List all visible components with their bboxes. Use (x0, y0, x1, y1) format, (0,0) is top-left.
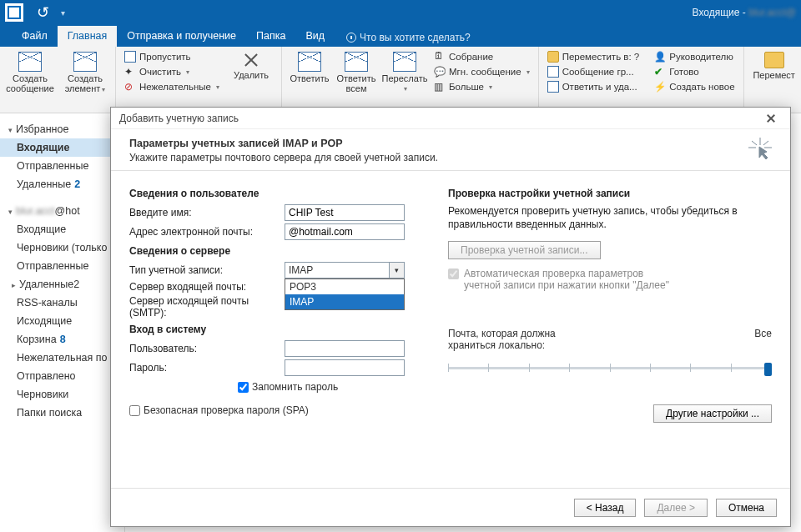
tab-view[interactable]: Вид (295, 26, 335, 47)
slider-thumb[interactable] (764, 363, 772, 376)
qs-create-new[interactable]: ⚡Создать новое (652, 80, 736, 93)
section-test: Проверка настройки учетной записи (448, 188, 772, 199)
nav-search-folders[interactable]: Папки поиска (0, 404, 124, 422)
skip-icon (124, 51, 136, 63)
qs-move-to[interactable]: Переместить в: ? (546, 50, 642, 63)
add-account-dialog: Добавить учетную запись Параметры учетны… (110, 107, 791, 527)
nav-drafts[interactable]: Черновики (только (0, 238, 124, 257)
form-right: Проверка настройки учетной записи Рекоме… (448, 183, 772, 481)
account-type-select[interactable]: IMAP ▾ (285, 262, 405, 279)
more-icon: ▥ (434, 81, 446, 93)
folder-icon (547, 51, 559, 63)
x-icon (243, 52, 259, 68)
back-button[interactable]: < Назад (574, 499, 637, 517)
reply-all-button[interactable]: Ответить всем (335, 50, 377, 95)
account-type-option-imap[interactable]: IMAP (285, 294, 404, 309)
form-left: Сведения о пользователе Введите имя: Адр… (129, 183, 443, 481)
folder-icon (764, 52, 784, 68)
more-button[interactable]: ▥Больше▾ (432, 80, 531, 93)
slider-label-all: Все (754, 328, 772, 351)
nav-favorites-header[interactable]: Избранное (0, 120, 124, 138)
envelope-icon (73, 52, 97, 72)
tell-me-label: Что вы хотите сделать? (360, 32, 471, 43)
junk-button[interactable]: ⊘Нежелательные▾ (123, 80, 221, 93)
email-input[interactable] (285, 223, 405, 240)
password-input[interactable] (285, 359, 405, 376)
new-item-label: Создать элемент▾ (63, 73, 107, 93)
meeting-button[interactable]: 🗓Собрание (432, 50, 531, 63)
move-button[interactable]: Перемест (751, 50, 798, 82)
auto-test-checkbox (448, 269, 459, 279)
spa-label: Безопасная проверка пароля (SPA) (144, 404, 309, 416)
outgoing-label: Сервер исходящей почты (SMTP): (129, 295, 285, 319)
dialog-body: Сведения о пользователе Введите имя: Адр… (111, 171, 790, 488)
svg-line-4 (763, 141, 768, 145)
dialog-footer: < Назад Далее > Отмена (111, 488, 790, 526)
tab-home[interactable]: Главная (58, 26, 118, 47)
tab-send-receive[interactable]: Отправка и получение (117, 26, 246, 47)
nav-junk[interactable]: Нежелательная по (0, 349, 124, 367)
check-icon: ✔ (654, 66, 666, 78)
im-button[interactable]: 💬Мгн. сообщение▾ (432, 65, 531, 78)
nav-sent[interactable]: Отправленные (0, 257, 124, 275)
nav-trash[interactable]: Корзина8 (0, 330, 124, 349)
nav-drafts2[interactable]: Черновики (0, 385, 124, 404)
account-type-dropdown: POP3 IMAP (285, 279, 405, 310)
ribbon-tabs: Файл Главная Отправка и получение Папка … (0, 25, 801, 47)
qs-team-msg[interactable]: Сообщение гр... (546, 65, 642, 78)
ribbon: Создать сообщение Создать элемент▾ Пропу… (0, 47, 801, 113)
nav-sent2[interactable]: Отправлено (0, 367, 124, 385)
qs-done[interactable]: ✔Готово (652, 65, 736, 78)
envelope-icon (18, 52, 42, 72)
cancel-button[interactable]: Отмена (716, 499, 777, 517)
forward-button[interactable]: Переслать▾ (382, 50, 427, 94)
new-mail-button[interactable]: Создать сообщение (7, 50, 53, 95)
qs-manager[interactable]: 👤Руководителю (652, 50, 736, 63)
dialog-title: Добавить учетную запись (119, 113, 239, 124)
test-account-button[interactable]: Проверка учетной записи... (448, 241, 601, 259)
mail-storage-slider[interactable] (448, 361, 772, 376)
qat-chevron-icon[interactable]: ▾ (61, 8, 65, 18)
reply-all-icon (345, 52, 368, 72)
envelope-icon (547, 66, 559, 78)
spa-checkbox[interactable] (129, 405, 140, 416)
nav-fav-inbox[interactable]: Входящие (0, 138, 124, 157)
nav-fav-deleted[interactable]: Удаленные2 (0, 175, 124, 193)
close-button[interactable] (758, 109, 783, 128)
remember-password-checkbox[interactable] (238, 382, 249, 393)
qs-reply-delete[interactable]: Ответить и уда... (546, 80, 642, 93)
reply-button[interactable]: Ответить (289, 50, 330, 85)
group-new: Создать сообщение Создать элемент▾ (0, 47, 116, 113)
block-icon: ⊘ (124, 81, 136, 93)
tell-me[interactable]: Что вы хотите сделать? (340, 28, 477, 47)
im-icon: 💬 (434, 66, 446, 78)
nav-account-header[interactable]: blur.acct@hot (0, 202, 124, 220)
skip-button[interactable]: Пропустить (123, 50, 221, 63)
nav-fav-sent[interactable]: Отправленные (0, 157, 124, 175)
name-input[interactable] (285, 204, 405, 221)
nav-rss[interactable]: RSS-каналы (0, 294, 124, 312)
tab-folder[interactable]: Папка (246, 26, 295, 47)
undo-icon[interactable]: ↺ (37, 3, 49, 22)
person-icon: 👤 (654, 51, 666, 63)
incoming-label: Сервер входящей почты: (129, 281, 285, 293)
tab-file[interactable]: Файл (12, 26, 58, 47)
account-type-option-pop3[interactable]: POP3 (285, 279, 404, 294)
group-quicksteps: Переместить в: ? Сообщение гр... Ответит… (539, 47, 744, 113)
nav-outbox[interactable]: Исходящие (0, 312, 124, 330)
dialog-subheading: Укажите параметры почтового сервера для … (129, 152, 438, 163)
user-input[interactable] (285, 340, 405, 357)
more-settings-button[interactable]: Другие настройки ... (653, 404, 772, 423)
nav-inbox[interactable]: Входящие (0, 220, 124, 238)
clean-button[interactable]: ✦Очистить▾ (123, 65, 221, 78)
nav-deleted[interactable]: Удаленные2 (0, 275, 124, 294)
meeting-icon: 🗓 (434, 51, 446, 63)
new-item-button[interactable]: Создать элемент▾ (62, 50, 108, 95)
name-label: Введите имя: (129, 207, 285, 218)
password-label: Пароль: (129, 362, 285, 374)
folder-nav: Избранное Входящие Отправленные Удаленны… (0, 113, 125, 532)
dialog-titlebar: Добавить учетную запись (111, 108, 790, 129)
lightning-icon: ⚡ (654, 81, 666, 93)
delete-button[interactable]: Удалить (228, 50, 275, 82)
close-icon (766, 113, 776, 123)
